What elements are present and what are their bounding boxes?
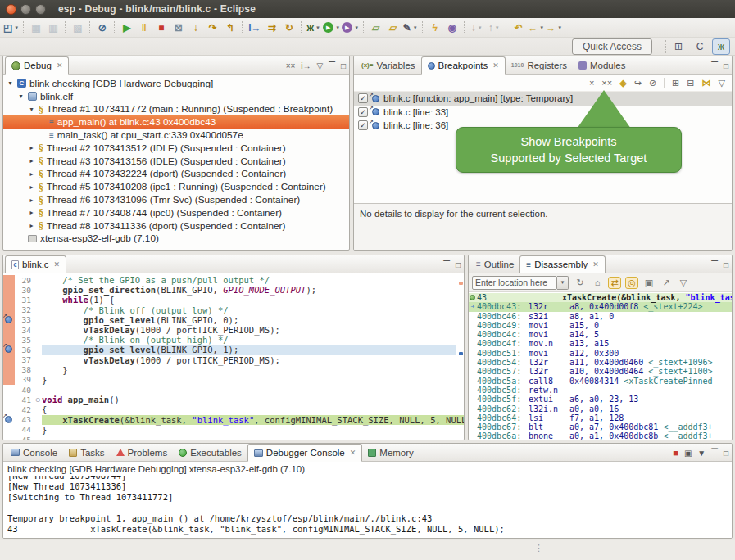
editor-line[interactable]: 40 <box>3 385 464 395</box>
last-edit-location-button[interactable]: ↶ <box>510 20 526 36</box>
close-tab-icon[interactable]: ✕ <box>492 61 499 70</box>
forward-button[interactable]: →▼ <box>546 20 562 36</box>
link-with-debug-button[interactable]: ⋈ <box>702 78 711 88</box>
sync-selection-toggle[interactable]: ⇄ <box>608 277 621 289</box>
minimize-window-button[interactable] <box>20 4 31 15</box>
track-expression-toggle[interactable]: ◎ <box>625 277 638 289</box>
open-perspective-button[interactable]: ⊞ <box>669 38 687 55</box>
editor-line[interactable]: 31 while(1) { <box>3 295 464 305</box>
editor-annotation-gutter[interactable] <box>3 295 15 305</box>
disassembly-row[interactable]: 400dbc4c:movia14, 5 <box>469 330 732 339</box>
editor-line[interactable]: 30 gpio_set_direction(BLINK_GPIO, GPIO_M… <box>3 285 464 295</box>
debug-tree-item[interactable]: ▸§Thread #3 1073413156 (IDLE) (Suspended… <box>3 155 349 168</box>
code-text[interactable]: /* Set the GPIO as a push/pull output */ <box>42 275 456 285</box>
disassembly-row[interactable]: 400dbc5d:retw.n <box>469 386 732 395</box>
refresh-button[interactable]: ↻ <box>574 278 587 288</box>
tab-modules[interactable]: Modules <box>573 56 631 74</box>
step-into-button[interactable]: ↓ <box>188 20 203 36</box>
code-text[interactable]: xTaskCreate(&blink_task, "blink_task", c… <box>42 415 464 425</box>
code-text[interactable]: gpio_set_direction(BLINK_GPIO, GPIO_MODE… <box>42 285 456 295</box>
tab-disassembly[interactable]: ≡Disassembly✕ <box>519 255 606 273</box>
remove-all-terminated-button[interactable]: ×× <box>286 61 296 70</box>
instruction-stepping-toggle[interactable]: i→ <box>301 61 311 70</box>
maximize-icon[interactable]: □ <box>456 260 461 269</box>
editor-line[interactable]: 29 /* Set the GPIO as a push/pull output… <box>3 275 464 285</box>
disassembly-row[interactable]: 400dbc51:movia12, 0x300 <box>469 349 732 358</box>
editor-annotation-gutter[interactable] <box>3 345 15 355</box>
editor-annotation-gutter[interactable] <box>3 395 15 404</box>
view-menu-icon[interactable]: ▽ <box>317 61 324 70</box>
maximize-icon[interactable]: □ <box>724 61 728 70</box>
tab-problems[interactable]: Problems <box>111 444 174 461</box>
previous-annotation-button[interactable]: ↑▼ <box>486 20 501 36</box>
breakpoint-checkbox[interactable]: ✓ <box>358 120 368 130</box>
console-log[interactable]: [New Thread 1073408744][New Thread 10734… <box>3 476 732 538</box>
editor-line[interactable]: 37 vTaskDelay(1000 / portTICK_PERIOD_MS)… <box>3 355 464 365</box>
minimize-icon[interactable]: ▔ <box>711 260 718 269</box>
editor-annotation-gutter[interactable] <box>3 435 15 440</box>
instruction-stepping-button[interactable]: i→ <box>247 20 262 36</box>
minimize-icon[interactable]: ▔ <box>711 61 718 70</box>
disconnect-button[interactable]: ⊠ <box>170 20 186 36</box>
quick-access-button[interactable]: Quick Access <box>572 38 652 55</box>
editor-line[interactable]: 44} <box>3 425 464 435</box>
tab-executables[interactable]: Executables <box>173 444 247 461</box>
debug-tree-item[interactable]: ▸§Thread #4 1073432224 (dport) (Suspende… <box>3 168 349 181</box>
open-resource-button[interactable]: ▱ <box>385 20 401 36</box>
editor-line[interactable]: 32 /* Blink off (output low) */ <box>3 305 464 315</box>
code-text[interactable] <box>42 385 456 395</box>
restart-button[interactable]: ↻ <box>281 20 297 36</box>
resume-without-signal-button[interactable]: ⇉ <box>264 20 279 36</box>
external-tools-dropdown[interactable]: ▶▼ <box>342 20 359 36</box>
expand-all-button[interactable]: ⊞ <box>672 78 679 88</box>
disassembly-row[interactable]: 400dbc4f:mov.na13, a15 <box>469 339 732 348</box>
tab-debugger-console[interactable]: Debugger Console✕ <box>247 444 362 462</box>
debug-tree-item[interactable]: ≡main_task() at cpu_start.c:339 0x400d05… <box>3 129 349 142</box>
statusbar-drag-handle[interactable]: ⋮ <box>534 543 544 553</box>
debug-tree-item[interactable]: ▾Cblink checking [GDB Hardware Debugging… <box>3 77 349 90</box>
suspend-button[interactable]: ‖ <box>136 20 152 36</box>
breakpoint-marker-icon[interactable] <box>5 316 12 323</box>
expander-icon[interactable]: ▸ <box>28 209 35 216</box>
remove-breakpoint-button[interactable]: × <box>589 78 594 88</box>
expander-icon[interactable]: ▸ <box>28 196 35 204</box>
maximize-icon[interactable]: □ <box>724 260 728 269</box>
disassembly-row[interactable]: 400dbc64:lsif7, a1, 128 <box>469 413 732 422</box>
editor-annotation-gutter[interactable] <box>3 425 15 435</box>
annotate-dropdown[interactable]: ✎▼ <box>402 20 418 36</box>
expander-icon[interactable]: ▸ <box>28 170 35 178</box>
maximize-icon[interactable]: □ <box>341 61 346 70</box>
minimize-icon[interactable]: ▔ <box>443 260 450 269</box>
disassembly-row[interactable]: 400dbc5f:extuia6, a0, 23, 13 <box>469 395 732 404</box>
code-text[interactable]: /* Blink on (output high) */ <box>42 335 456 345</box>
expander-icon[interactable]: ▸ <box>28 157 35 165</box>
code-text[interactable]: while(1) { <box>42 295 456 305</box>
close-tab-icon[interactable]: ✕ <box>57 61 63 70</box>
resume-button[interactable]: ▶ <box>119 20 134 36</box>
save-all-button[interactable]: ▥ <box>45 20 61 36</box>
debug-tree-item[interactable]: ▸§Thread #2 1073413512 (IDLE) (Suspended… <box>3 142 349 155</box>
disassembly-row[interactable]: 400dbc54:l32ra11, 0x400d0460 <_stext+109… <box>469 358 732 367</box>
debug-tree-item[interactable]: ▸§Thread #6 1073431096 (Tmr Svc) (Suspen… <box>3 193 349 206</box>
view-menu-icon[interactable]: ▽ <box>719 78 725 88</box>
editor-annotation-gutter[interactable] <box>3 285 15 295</box>
next-annotation-button[interactable]: ↓▼ <box>469 20 484 36</box>
code-text[interactable]: gpio_set_level(BLINK_GPIO, 1); <box>42 345 456 355</box>
breakpoint-item[interactable]: ✓blink.c [line: 33] <box>354 106 732 120</box>
cpp-perspective-button[interactable]: C <box>691 38 709 55</box>
close-tab-icon[interactable]: ✕ <box>54 260 61 269</box>
editor-line[interactable]: 45 <box>3 435 464 440</box>
code-text[interactable]: gpio_set_level(BLINK_GPIO, 0); <box>42 315 456 325</box>
tab-memory[interactable]: Memory <box>362 444 420 461</box>
skip-all-breakpoints-toggle[interactable]: ⊘ <box>649 78 656 88</box>
minimize-icon[interactable]: ▔ <box>329 61 335 70</box>
maximize-icon[interactable]: □ <box>724 449 728 458</box>
save-as-button[interactable]: ▧ <box>70 20 85 36</box>
maximize-window-button[interactable] <box>35 4 46 15</box>
editor-line[interactable]: 34 vTaskDelay(1000 / portTICK_PERIOD_MS)… <box>3 325 464 335</box>
expander-icon[interactable]: ▾ <box>28 106 35 113</box>
show-breakpoints-supported-button[interactable]: ◈ <box>619 78 626 88</box>
editor-line[interactable]: 33 gpio_set_level(BLINK_GPIO, 0); <box>3 315 464 325</box>
code-editor[interactable]: 29 /* Set the GPIO as a push/pull output… <box>3 273 464 440</box>
save-button[interactable]: ▦ <box>28 20 43 36</box>
